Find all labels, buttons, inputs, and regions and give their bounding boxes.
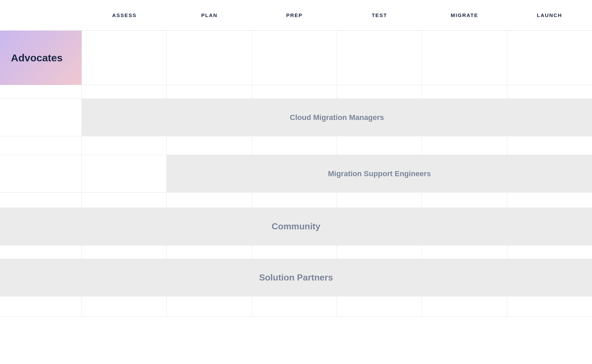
migration-support-label: Migration Support Engineers <box>328 169 431 178</box>
gap-3-col-6 <box>507 245 592 259</box>
advocates-cell: Advocates <box>0 31 82 85</box>
spacer-1-col-3 <box>252 85 337 99</box>
header-plan: PLAN <box>167 12 252 18</box>
gap-1-col-2 <box>167 136 252 155</box>
gap-2-col-4 <box>337 193 422 208</box>
grid-body: Advocates Cloud Migration Managers <box>0 31 592 317</box>
spacer-1-col-1 <box>82 85 167 99</box>
cloud-migration-row: Cloud Migration Managers <box>0 99 592 136</box>
gap-1-col-4 <box>337 136 422 155</box>
bottom-gap-row <box>0 297 592 317</box>
bottom-col-5 <box>422 297 507 317</box>
advocates-assess-cell <box>82 31 167 85</box>
advocates-test-cell <box>337 31 422 85</box>
gap-2-col-0 <box>0 193 82 208</box>
gap-2-col-6 <box>507 193 592 208</box>
migration-col-1 <box>82 155 167 192</box>
spacer-1-col-6 <box>507 85 592 99</box>
gap-2-col-1 <box>82 193 167 208</box>
spacer-1-col-0 <box>0 85 82 99</box>
solution-partners-cell: Solution Partners <box>0 259 592 296</box>
gap-3-col-1 <box>82 245 167 259</box>
gap-3-col-4 <box>337 245 422 259</box>
gap-3-col-0 <box>0 245 82 259</box>
cloud-col-0 <box>0 99 82 136</box>
gap-2-col-3 <box>252 193 337 208</box>
spacer-1-col-2 <box>167 85 252 99</box>
gap-1-col-1 <box>82 136 167 155</box>
gap-row-1 <box>0 136 592 155</box>
header-row: ASSESS PLAN PREP TEST MIGRATE LAUNCH <box>0 0 592 31</box>
gap-1-col-6 <box>507 136 592 155</box>
advocates-prep-cell <box>252 31 337 85</box>
bottom-col-6 <box>507 297 592 317</box>
advocates-migrate-cell <box>422 31 507 85</box>
cloud-migration-cell: Cloud Migration Managers <box>82 99 592 136</box>
solution-partners-label: Solution Partners <box>259 272 333 283</box>
cloud-migration-label: Cloud Migration Managers <box>290 113 384 122</box>
gap-2-col-2 <box>167 193 252 208</box>
spacer-1-col-4 <box>337 85 422 99</box>
community-label: Community <box>271 221 320 232</box>
header-assess: ASSESS <box>82 12 167 18</box>
advocates-label: Advocates <box>11 52 63 64</box>
advocates-plan-cell <box>167 31 252 85</box>
spacer-row-1 <box>0 85 592 99</box>
header-test: TEST <box>337 12 422 18</box>
bottom-col-2 <box>167 297 252 317</box>
gap-3-col-3 <box>252 245 337 259</box>
header-launch: LAUNCH <box>507 12 592 18</box>
gap-2-col-5 <box>422 193 507 208</box>
header-prep: PREP <box>252 12 337 18</box>
gap-row-3 <box>0 245 592 259</box>
gap-3-col-2 <box>167 245 252 259</box>
bottom-col-0 <box>0 297 82 317</box>
gap-row-2 <box>0 193 592 208</box>
bottom-col-1 <box>82 297 167 317</box>
migration-support-row: Migration Support Engineers <box>0 155 592 193</box>
main-container: ASSESS PLAN PREP TEST MIGRATE LAUNCH Adv… <box>0 0 592 364</box>
community-cell: Community <box>0 208 592 245</box>
bottom-col-3 <box>252 297 337 317</box>
migration-col-0 <box>0 155 82 192</box>
gap-1-col-5 <box>422 136 507 155</box>
community-row: Community <box>0 208 592 245</box>
bottom-col-4 <box>337 297 422 317</box>
gap-1-col-0 <box>0 136 82 155</box>
advocates-row: Advocates <box>0 31 592 85</box>
advocates-launch-cell <box>507 31 592 85</box>
solution-partners-row: Solution Partners <box>0 259 592 297</box>
gap-1-col-3 <box>252 136 337 155</box>
header-migrate: MIGRATE <box>422 12 507 18</box>
spacer-1-col-5 <box>422 85 507 99</box>
gap-3-col-5 <box>422 245 507 259</box>
migration-support-cell: Migration Support Engineers <box>167 155 592 192</box>
